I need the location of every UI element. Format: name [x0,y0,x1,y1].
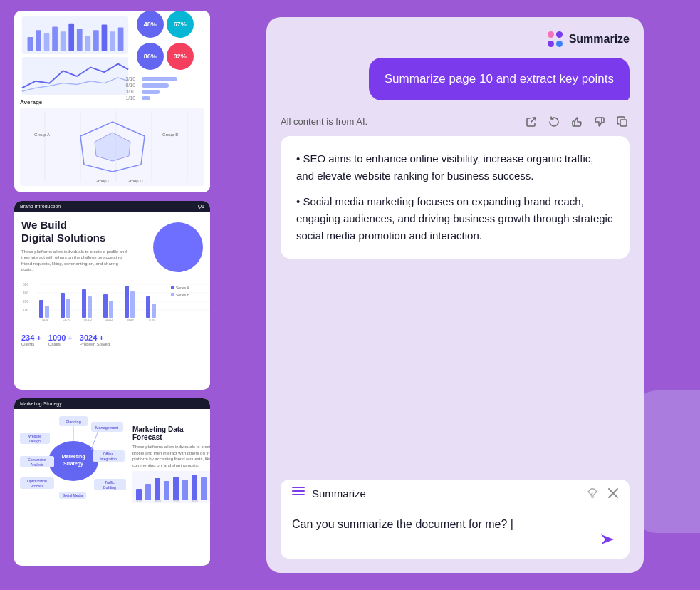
thumb2-stats: 234 + Clients 1090 + Cases 3024 + Proble… [21,333,203,346]
svg-rect-10 [102,25,108,51]
marketing-diagram: Marketing Strategy Planning Management [20,415,127,500]
input-panel: Summarize Can you summarize the document… [281,480,630,559]
thumb2-circle-decoration [153,222,203,272]
svg-rect-85 [132,471,210,503]
ai-point-2: • Social media marketing focuses on expa… [296,193,614,244]
svg-text:MAR: MAR [84,318,93,322]
stat-clients: 234 + Clients [21,333,41,346]
svg-text:Offline: Offline [103,452,114,456]
logo-dot-pink [548,31,554,38]
thumbnail-marketing[interactable]: Marketing Strategy Marketing Strategy Pl… [14,398,210,566]
svg-rect-37 [61,293,65,318]
svg-text:2024: 2024 [155,500,162,503]
input-toolbar: Summarize [281,480,630,507]
bar-chart-svg [20,16,130,54]
svg-text:Building: Building [103,485,116,490]
svg-text:2025: 2025 [173,500,180,503]
external-link-button[interactable] [524,115,538,129]
pin-button[interactable] [587,487,598,499]
svg-text:Series B: Series B [176,293,190,297]
svg-rect-98 [620,120,627,126]
close-toolbar-button[interactable] [608,488,618,498]
svg-text:Process: Process [31,484,44,488]
input-area: Can you summarize the document for me? | [281,507,630,559]
line-chart-svg [20,57,130,95]
svg-rect-46 [152,304,156,318]
svg-rect-41 [103,294,108,318]
thumbnail-brand[interactable]: Brand Introduction Q1 We BuildDigital So… [14,201,210,390]
svg-text:Optimization: Optimization [27,479,47,483]
svg-rect-101 [292,494,305,495]
stat-row-4: 1/10 [125,95,204,100]
svg-text:JAN: JAN [41,318,48,322]
stat-row-1: 5/10 [125,76,204,81]
svg-text:Conversion: Conversion [28,457,46,462]
thumbup-button[interactable] [570,115,584,129]
thumb2-header-label: Brand Introduction [20,204,61,209]
svg-rect-93 [201,477,207,500]
logo-dot-purple1 [556,31,563,38]
stat-circle-32: 32% [167,43,194,70]
svg-rect-11 [110,31,115,51]
svg-rect-8 [85,36,90,51]
stat-row-2: 8/10 [125,83,204,88]
radar-chart: Group A Group B Group C Group D [20,108,204,186]
svg-text:Social Media: Social Media [63,493,83,497]
ai-label: All content is from AI. [281,116,367,127]
svg-text:Traffic: Traffic [105,480,115,485]
thumb2-page-num: Q1 [198,204,204,209]
svg-rect-87 [145,484,151,500]
stat-row-3: 3/10 [125,89,204,94]
svg-rect-4 [52,26,58,51]
svg-rect-55 [171,293,174,296]
logo-dot-blue [556,41,563,47]
refresh-button[interactable] [547,115,561,129]
summarize-logo: Summarize [548,31,630,47]
svg-text:Series A: Series A [176,286,189,290]
ai-content-card: • SEO aims to enhance online visibility,… [281,136,630,259]
svg-text:Group A: Group A [34,133,50,137]
svg-rect-44 [130,291,135,318]
stat-problems: 3024 + Problem Solved [80,333,110,346]
svg-text:2026: 2026 [192,500,199,503]
svg-rect-1 [28,37,33,51]
svg-text:Integration: Integration [100,457,117,461]
svg-rect-100 [292,490,305,492]
copy-button[interactable] [615,115,630,129]
toolbar-left: Summarize [292,487,366,500]
svg-text:2023: 2023 [136,500,143,503]
svg-rect-42 [109,301,113,318]
svg-text:600: 600 [23,282,29,286]
chat-input[interactable]: Can you summarize the document for me? | [292,516,591,550]
chat-header: Summarize [281,31,630,47]
logo-dots [548,31,563,47]
chat-container: Summarize Summarize page 10 and extract … [266,17,644,573]
svg-rect-99 [292,487,305,488]
svg-text:Management: Management [95,425,119,430]
svg-rect-12 [118,27,124,51]
toolbar-list-icon [292,487,305,500]
right-panel: Summarize Summarize page 10 and extract … [221,0,700,590]
user-message-text: Summarize page 10 and extract key points [385,72,614,86]
svg-rect-40 [88,296,92,318]
stat-circle-48: 48% [137,11,164,38]
forecast-chart: 2023 2024 2025 2026 [132,471,210,503]
svg-text:Analysis: Analysis [31,462,44,467]
svg-text:Group D: Group D [127,179,143,183]
svg-rect-92 [192,475,197,500]
svg-line-65 [91,430,98,450]
svg-text:Group B: Group B [162,133,178,137]
thumbnail-analytics[interactable]: 48% 67% 86% 32% 5/10 8/10 [14,11,210,192]
toolbar-right [587,487,618,499]
ai-response-area: All content is from AI. [281,115,630,465]
thumb3-header-bar: Marketing Strategy [14,398,210,409]
stat-circle-67: 67% [167,11,194,38]
svg-rect-88 [155,478,160,500]
logo-dot-purple2 [548,41,554,47]
thumbdown-button[interactable] [592,115,607,129]
svg-rect-38 [66,299,70,318]
ai-meta: All content is from AI. [281,115,630,129]
svg-rect-3 [44,33,50,51]
send-button[interactable] [597,529,618,550]
svg-rect-91 [182,480,188,500]
